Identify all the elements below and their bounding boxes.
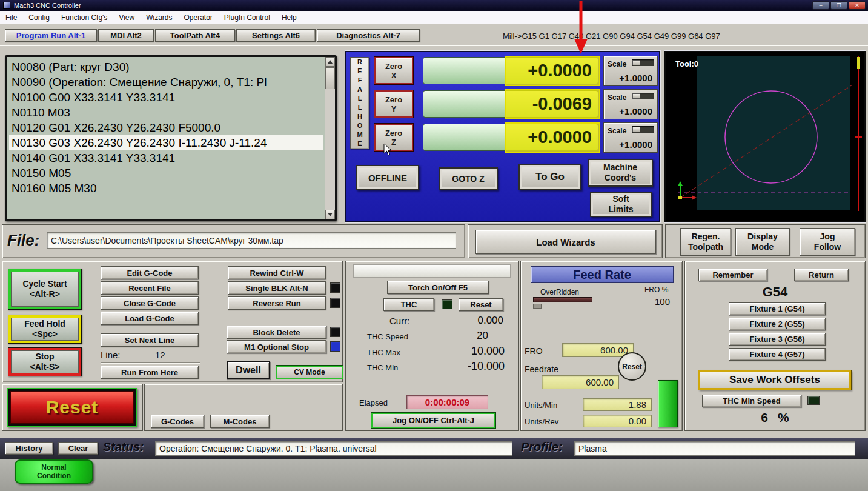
return-button[interactable]: Return [794, 269, 849, 281]
rewind-button[interactable]: Rewind Ctrl-W [228, 266, 326, 279]
cycle-start-button[interactable]: Cycle Start <Alt-R> [8, 269, 82, 310]
load-gcode-button[interactable]: Load G-Code [101, 312, 199, 325]
ref-all-home-button[interactable]: R E F A L L H O M E [350, 57, 369, 149]
gcode-line[interactable]: N0150 M05 [9, 165, 323, 181]
tab-program-run[interactable]: Program Run Alt-1 [5, 29, 97, 42]
menu-view[interactable]: View [119, 13, 134, 22]
slider-thumb[interactable] [632, 60, 640, 65]
maximize-button[interactable]: ❐ [830, 1, 847, 10]
g-codes-button[interactable]: G-Codes [151, 415, 204, 428]
y-scale-slider[interactable] [632, 93, 654, 99]
torch-on-off-button[interactable]: Torch On/Off F5 [387, 281, 489, 294]
soft-limits-button[interactable]: Soft Limits [590, 192, 652, 217]
x-scale-slider[interactable] [632, 59, 654, 66]
z-dro-value[interactable]: +0.0000 [471, 127, 592, 147]
clear-button[interactable]: Clear [58, 442, 98, 455]
history-button[interactable]: History [5, 442, 53, 455]
m1-optional-stop-button[interactable]: M1 Optional Stop [227, 340, 326, 353]
gcode-line[interactable]: N0080 (Part: круг D30) [9, 59, 323, 75]
feedrate-value[interactable]: 600.00 [542, 375, 619, 389]
edit-gcode-button[interactable]: Edit G-Code [101, 266, 199, 279]
thc-speed-value[interactable]: 20 [419, 330, 488, 342]
single-blk-button[interactable]: Single BLK Alt-N [228, 281, 326, 295]
jog-on-off-button[interactable]: Jog ON/OFF Ctrl-Alt-J [371, 413, 495, 428]
run-from-here-button[interactable]: Run From Here [101, 366, 199, 379]
gcode-line[interactable]: N0120 G01 X26.2430 Y26.2430 F5000.0 [9, 120, 323, 135]
load-wizards-button[interactable]: Load Wizards [475, 230, 656, 254]
stop-button[interactable]: Stop <Alt-S> [8, 347, 82, 376]
minimize-button[interactable]: – [812, 1, 829, 10]
gcode-line[interactable]: N0100 G00 X33.3141 Y33.3141 [9, 90, 323, 105]
block-delete-button[interactable]: Block Delete [227, 326, 326, 339]
y-dro-value[interactable]: -0.0069 [471, 94, 592, 114]
feed-hold-button[interactable]: Feed Hold <Spc> [8, 315, 82, 344]
machine-coords-button[interactable]: Machine Coord's [588, 159, 653, 187]
torch-panel: Torch On/Off F5 THC Reset Curr: 0.000 TH… [345, 261, 519, 431]
scroll-down-icon[interactable] [325, 210, 335, 219]
menu-file[interactable]: File [5, 13, 17, 22]
fro-reset-button[interactable]: Reset [618, 352, 646, 381]
gcode-line[interactable]: N0140 G01 X33.3141 Y33.3141 [9, 150, 323, 165]
zero-y-button[interactable]: Zero Y [374, 90, 413, 118]
menu-operator[interactable]: Operator [184, 13, 213, 22]
menu-plugin-control[interactable]: PlugIn Control [224, 13, 270, 22]
gcode-line[interactable]: N0160 M05 M30 [9, 181, 323, 196]
gcode-scrollbar[interactable] [325, 57, 335, 219]
y-axis-dro[interactable]: -0.0069 [423, 90, 598, 118]
jog-follow-button[interactable]: Jog Follow [800, 228, 855, 256]
thc-button[interactable]: THC [383, 298, 434, 311]
gcode-line-current[interactable]: N0130 G03 X26.2430 Y26.2430 I-11.2430 J-… [9, 135, 323, 150]
z-scale-slider[interactable] [632, 126, 654, 133]
fixture-2-button[interactable]: Fixture 2 (G55) [729, 318, 826, 330]
close-gcode-button[interactable]: Close G-Code [101, 296, 199, 310]
x-dro-value[interactable]: +0.0000 [471, 61, 592, 81]
thc-max-value[interactable]: 10.000 [419, 345, 505, 358]
fixture-3-button[interactable]: Fixture 3 (G56) [729, 333, 826, 346]
reset-button[interactable]: Reset [7, 388, 137, 427]
gcode-line[interactable]: N0110 M03 [9, 105, 323, 120]
thc-reset-button[interactable]: Reset [459, 298, 503, 311]
dro-panel: R E F A L L H O M E Zero X Zero Y Zero Z… [345, 51, 660, 222]
zero-x-button[interactable]: Zero X [374, 57, 413, 84]
slider-thumb[interactable] [632, 93, 640, 99]
x-scale-value[interactable]: +1.0000 [619, 73, 652, 83]
gcode-line[interactable]: N0090 (Operation: Смещение Снаружи, 0, T… [9, 75, 323, 90]
goto-z-button[interactable]: GOTO Z [439, 167, 498, 190]
fixture-1-button[interactable]: Fixture 1 (G54) [729, 302, 826, 315]
scrollbar-thumb[interactable] [325, 67, 335, 89]
menu-config[interactable]: Config [28, 13, 50, 22]
display-mode-button[interactable]: Display Mode [735, 228, 790, 256]
thc-min-value[interactable]: -10.000 [419, 360, 505, 373]
tab-mdi[interactable]: MDI Alt2 [98, 29, 154, 42]
set-next-line-button[interactable]: Set Next Line [101, 333, 199, 347]
tab-settings[interactable]: Settings Alt6 [236, 29, 316, 42]
thc-min-speed-percent: 6 % [685, 410, 865, 425]
tab-toolpath[interactable]: ToolPath Alt4 [155, 29, 235, 42]
scroll-up-icon[interactable] [325, 57, 335, 67]
z-scale-value[interactable]: +1.0000 [619, 139, 652, 150]
zero-z-button[interactable]: Zero Z [374, 124, 413, 151]
m-codes-button[interactable]: M-Codes [210, 415, 270, 428]
offline-button[interactable]: OFFLINE [356, 165, 419, 190]
regen-toolpath-button[interactable]: Regen. Toolpath [680, 228, 731, 256]
remember-button[interactable]: Remember [698, 269, 767, 281]
tab-diagnostics[interactable]: Diagnostics Alt-7 [317, 29, 420, 42]
thc-min-speed-button[interactable]: THC Min Speed [702, 395, 801, 407]
menu-wizards[interactable]: Wizards [146, 13, 172, 22]
fixture-4-button[interactable]: Fixture 4 (G57) [729, 348, 826, 361]
y-scale-value[interactable]: +1.0000 [619, 106, 652, 116]
normal-condition-lamp[interactable]: Normal Condition [15, 459, 93, 484]
override-slider-handle[interactable] [533, 304, 542, 309]
close-button[interactable]: ✕ [849, 1, 866, 10]
recent-file-button[interactable]: Recent File [101, 281, 199, 295]
reverse-run-button[interactable]: Reverse Run [228, 296, 326, 310]
to-go-button[interactable]: To Go [518, 164, 581, 190]
menu-help[interactable]: Help [282, 13, 297, 22]
wizards-panel: Load Wizards [468, 224, 663, 258]
menu-function-cfgs[interactable]: Function Cfg's [61, 13, 107, 22]
status-label: Status: [103, 440, 144, 454]
z-axis-dro[interactable]: +0.0000 [423, 124, 598, 151]
save-work-offsets-button[interactable]: Save Work Offsets [698, 370, 851, 390]
slider-thumb[interactable] [632, 127, 640, 132]
x-axis-dro[interactable]: +0.0000 [423, 57, 598, 84]
